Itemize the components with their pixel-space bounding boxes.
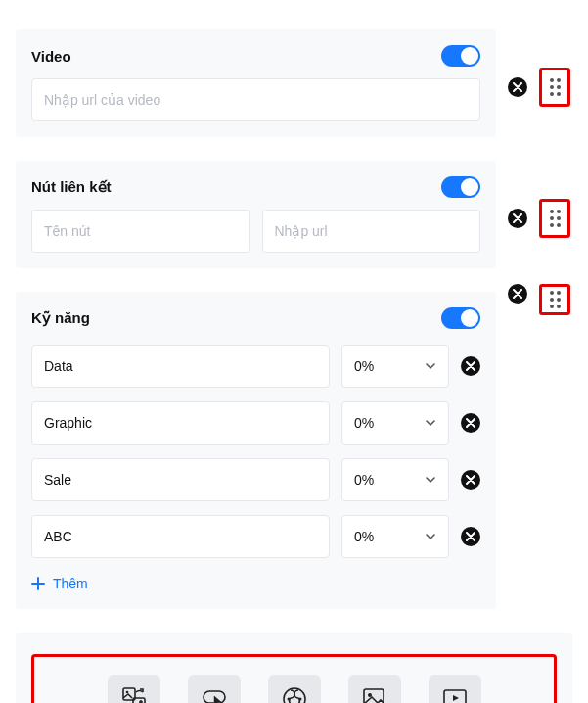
skill-percent-value: 0%	[354, 358, 374, 374]
skills-remove-button[interactable]	[508, 284, 527, 304]
video-toggle[interactable]	[441, 45, 480, 67]
svg-point-6	[298, 698, 301, 701]
chevron-down-icon	[425, 531, 436, 542]
skill-name-input[interactable]	[31, 515, 330, 558]
skill-percent-value: 0%	[354, 472, 374, 488]
skill-percent-value: 0%	[354, 529, 374, 544]
skill-remove-button[interactable]	[461, 413, 480, 433]
video-url-input[interactable]	[31, 78, 480, 121]
skill-percent-select[interactable]: 0%	[341, 515, 449, 558]
skill-name-input[interactable]	[31, 401, 330, 445]
svg-point-5	[287, 698, 290, 701]
picker-image-gallery-button[interactable]	[108, 675, 160, 703]
skill-name-input[interactable]	[31, 458, 330, 501]
skills-add-label: Thêm	[53, 576, 88, 591]
linkbutton-remove-button[interactable]	[508, 209, 527, 228]
skill-row: 0%	[31, 458, 480, 501]
skill-row: 0%	[31, 515, 480, 558]
highlight-link-drag	[539, 199, 570, 238]
skill-percent-select[interactable]: 0%	[341, 345, 449, 388]
video-title: Video	[31, 48, 71, 65]
picker-skills-block-button[interactable]	[268, 675, 321, 703]
linkbutton-title: Nút liên kết	[31, 178, 112, 196]
linkbutton-url-input[interactable]	[262, 210, 481, 253]
video-remove-button[interactable]	[508, 77, 527, 97]
highlight-content-picker	[31, 654, 557, 703]
skills-title: Kỹ năng	[31, 309, 90, 327]
linkbutton-name-input[interactable]	[31, 210, 250, 253]
picker-button-block-button[interactable]	[188, 675, 241, 703]
chevron-down-icon	[425, 474, 436, 486]
highlight-skills-drag	[539, 284, 570, 315]
skill-remove-button[interactable]	[461, 527, 480, 546]
svg-point-1	[125, 691, 128, 694]
picker-video-block-button[interactable]	[429, 675, 481, 703]
skill-percent-select[interactable]: 0%	[341, 458, 449, 501]
skill-percent-select[interactable]: 0%	[341, 401, 449, 445]
skill-percent-value: 0%	[354, 415, 374, 431]
skill-row: 0%	[31, 401, 480, 445]
skills-add-button[interactable]: Thêm	[31, 576, 88, 591]
chevron-down-icon	[425, 360, 436, 372]
skill-remove-button[interactable]	[461, 470, 480, 490]
svg-point-8	[368, 693, 372, 697]
skill-remove-button[interactable]	[461, 356, 480, 376]
chevron-down-icon	[425, 417, 436, 429]
picker-image-block-button[interactable]	[348, 675, 401, 703]
skills-toggle[interactable]	[441, 307, 480, 329]
highlight-video-drag	[539, 68, 570, 107]
skill-row: 0%	[31, 345, 480, 388]
linkbutton-drag-handle[interactable]	[544, 208, 565, 229]
video-drag-handle[interactable]	[544, 76, 565, 98]
skills-drag-handle[interactable]	[544, 289, 565, 310]
linkbutton-toggle[interactable]	[441, 176, 480, 198]
skill-name-input[interactable]	[31, 345, 330, 388]
